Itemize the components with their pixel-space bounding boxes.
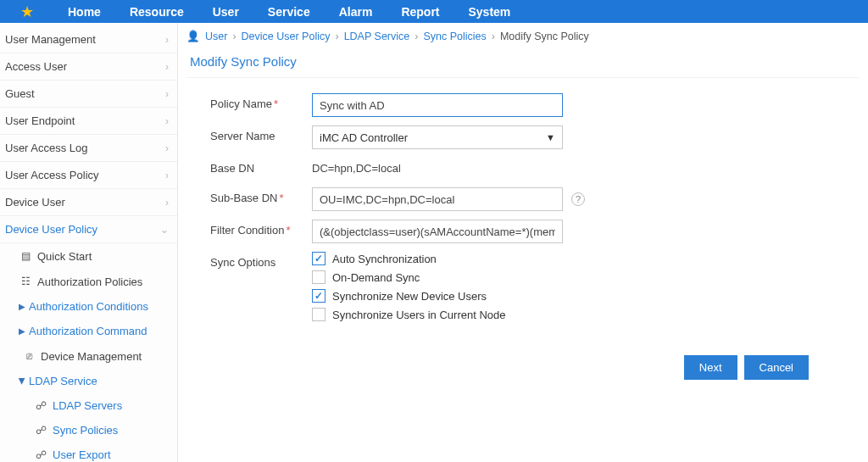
label-filter-condition: Filter Condition* bbox=[210, 220, 312, 237]
sidebar-item-user-endpoint[interactable]: User Endpoint› bbox=[0, 108, 177, 135]
subnav-authorization-command[interactable]: ▶Authorization Command bbox=[0, 319, 177, 343]
breadcrumb-device-user-policy[interactable]: Device User Policy bbox=[242, 31, 331, 42]
breadcrumb-sync-policies[interactable]: Sync Policies bbox=[423, 31, 486, 42]
sidebar-item-user-access-policy[interactable]: User Access Policy› bbox=[0, 162, 177, 189]
input-policy-name[interactable] bbox=[312, 93, 563, 117]
user-icon: 👤 bbox=[186, 30, 200, 42]
sidebar-item-user-management[interactable]: User Management› bbox=[0, 26, 177, 53]
sidebar-item-device-user[interactable]: Device User› bbox=[0, 189, 177, 216]
nav-system[interactable]: System bbox=[469, 5, 511, 19]
sync-icon: ☍ bbox=[36, 424, 49, 437]
export-icon: ☍ bbox=[36, 448, 49, 461]
form: Policy Name* Server Name iMC AD Controll… bbox=[186, 93, 860, 326]
main-content: 👤 User › Device User Policy › LDAP Servi… bbox=[178, 23, 868, 462]
check-icon: ✓ bbox=[312, 308, 326, 321]
label-sync-options: Sync Options bbox=[210, 252, 312, 269]
subnav-authorization-conditions[interactable]: ▶Authorization Conditions bbox=[0, 294, 177, 319]
chevron-down-icon: ⌄ bbox=[160, 224, 169, 236]
subnav-quick-start[interactable]: ▤Quick Start bbox=[0, 243, 177, 269]
label-policy-name: Policy Name* bbox=[210, 93, 312, 110]
nav-home[interactable]: Home bbox=[68, 5, 101, 19]
subnav-user-export[interactable]: ☍User Export bbox=[0, 443, 177, 462]
list-icon: ☷ bbox=[19, 275, 32, 288]
nav-user[interactable]: User bbox=[213, 5, 239, 19]
button-bar: Next Cancel bbox=[186, 355, 860, 380]
sidebar: User Management› Access User› Guest› Use… bbox=[0, 23, 178, 462]
value-base-dn: DC=hpn,DC=local bbox=[312, 158, 566, 179]
checkbox-label: Synchronize New Device Users bbox=[332, 290, 487, 303]
chevron-right-icon: › bbox=[165, 88, 169, 100]
checkbox-auto-sync[interactable]: ✓ Auto Synchronization bbox=[312, 252, 505, 265]
device-icon: ⎚ bbox=[22, 349, 36, 363]
triangle-down-icon: ▶ bbox=[18, 378, 27, 385]
checkbox-on-demand[interactable]: ✓ On-Demand Sync bbox=[312, 270, 505, 284]
sidebar-item-access-user[interactable]: Access User› bbox=[0, 53, 177, 81]
check-icon: ✓ bbox=[312, 289, 326, 303]
breadcrumb-ldap-service[interactable]: LDAP Service bbox=[344, 31, 410, 42]
top-nav-bar: ★ Home Resource User Service Alarm Repor… bbox=[0, 0, 868, 23]
subnav-authorization-policies[interactable]: ☷Authorization Policies bbox=[0, 269, 177, 294]
nav-resource[interactable]: Resource bbox=[130, 5, 184, 19]
label-server-name: Server Name bbox=[210, 125, 312, 142]
checkbox-label: Synchronize Users in Current Node bbox=[332, 309, 505, 321]
cancel-button[interactable]: Cancel bbox=[744, 355, 809, 380]
subnav-sync-policies[interactable]: ☍Sync Policies bbox=[0, 418, 177, 443]
chevron-right-icon: › bbox=[165, 115, 169, 127]
server-icon: ☍ bbox=[36, 399, 49, 412]
label-base-dn: Base DN bbox=[210, 158, 312, 175]
page-title: Modify Sync Policy bbox=[186, 47, 860, 78]
check-icon: ✓ bbox=[312, 252, 326, 265]
sidebar-item-user-access-log[interactable]: User Access Log› bbox=[0, 135, 177, 162]
checkbox-label: On-Demand Sync bbox=[332, 271, 420, 284]
breadcrumb-user[interactable]: User bbox=[205, 31, 227, 42]
checkbox-label: Auto Synchronization bbox=[332, 253, 437, 265]
subnav-device-management[interactable]: ⎚Device Management bbox=[0, 343, 177, 369]
chevron-right-icon: › bbox=[165, 142, 169, 154]
sidebar-item-device-user-policy[interactable]: Device User Policy⌄ bbox=[0, 216, 177, 243]
checkbox-sync-current-node[interactable]: ✓ Synchronize Users in Current Node bbox=[312, 308, 505, 321]
page-icon: ▤ bbox=[19, 249, 32, 263]
breadcrumb: 👤 User › Device User Policy › LDAP Servi… bbox=[186, 28, 860, 47]
chevron-right-icon: › bbox=[165, 197, 169, 209]
check-icon: ✓ bbox=[312, 270, 326, 284]
input-filter-condition[interactable] bbox=[312, 220, 563, 243]
star-icon[interactable]: ★ bbox=[20, 3, 34, 21]
nav-service[interactable]: Service bbox=[268, 5, 310, 19]
chevron-right-icon: › bbox=[165, 61, 169, 73]
nav-alarm[interactable]: Alarm bbox=[339, 5, 373, 19]
triangle-right-icon: ▶ bbox=[19, 302, 25, 311]
help-icon[interactable]: ? bbox=[571, 192, 585, 206]
breadcrumb-current: Modify Sync Policy bbox=[500, 31, 589, 42]
caret-down-icon: ▼ bbox=[546, 132, 555, 142]
chevron-right-icon: › bbox=[165, 170, 169, 181]
sidebar-item-guest[interactable]: Guest› bbox=[0, 81, 177, 108]
triangle-right-icon: ▶ bbox=[19, 326, 25, 336]
select-server-name[interactable]: iMC AD Controller ▼ bbox=[312, 125, 563, 149]
checkbox-sync-new-users[interactable]: ✓ Synchronize New Device Users bbox=[312, 289, 505, 303]
next-button[interactable]: Next bbox=[684, 355, 737, 380]
chevron-right-icon: › bbox=[165, 34, 169, 46]
subnav-ldap-servers[interactable]: ☍LDAP Servers bbox=[0, 393, 177, 418]
sidebar-subnav: ▤Quick Start ☷Authorization Policies ▶Au… bbox=[0, 243, 177, 462]
nav-report[interactable]: Report bbox=[401, 5, 439, 19]
subnav-ldap-service[interactable]: ▶LDAP Service bbox=[0, 369, 177, 393]
label-sub-base-dn: Sub-Base DN* bbox=[210, 187, 312, 204]
select-server-name-value: iMC AD Controller bbox=[320, 131, 408, 144]
input-sub-base-dn[interactable] bbox=[312, 187, 563, 211]
